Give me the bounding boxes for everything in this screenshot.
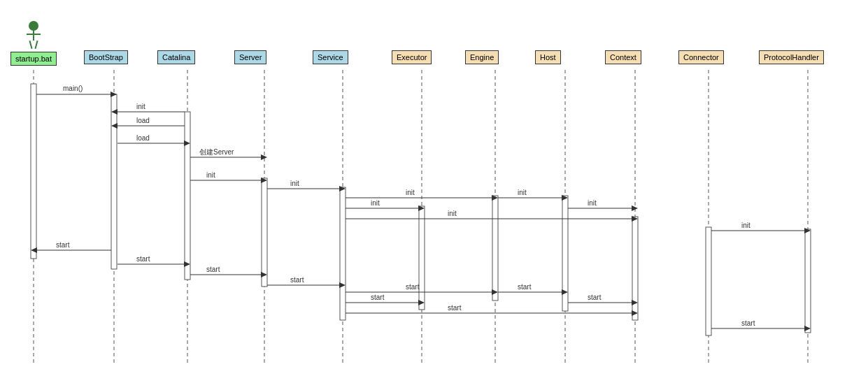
svg-text:init: init: [448, 210, 457, 217]
svg-text:main(): main(): [63, 85, 83, 92]
svg-text:init: init: [290, 180, 299, 187]
svg-text:init: init: [518, 189, 527, 196]
svg-text:load: load: [136, 134, 150, 142]
svg-text:start: start: [136, 255, 150, 263]
svg-text:init: init: [206, 171, 215, 179]
svg-text:init: init: [136, 103, 145, 110]
svg-rect-15: [340, 187, 346, 320]
svg-text:start: start: [448, 304, 462, 312]
svg-text:start: start: [406, 283, 420, 291]
svg-text:start: start: [518, 283, 532, 291]
svg-rect-12: [111, 94, 117, 269]
svg-text:创建Server: 创建Server: [199, 148, 234, 156]
svg-text:load: load: [136, 117, 150, 124]
svg-text:start: start: [290, 276, 304, 284]
svg-rect-17: [492, 196, 498, 301]
svg-text:start: start: [588, 294, 602, 301]
svg-text:start: start: [56, 241, 70, 249]
svg-text:init: init: [588, 199, 597, 207]
svg-text:init: init: [741, 222, 750, 229]
svg-rect-20: [706, 227, 711, 335]
svg-text:start: start: [206, 266, 220, 273]
svg-rect-11: [31, 84, 36, 259]
svg-rect-21: [805, 229, 811, 333]
sequence-diagram: startup.bat BootStrap Catalina Server Se…: [0, 0, 868, 369]
svg-text:start: start: [741, 319, 755, 327]
svg-text:init: init: [371, 199, 380, 207]
svg-text:start: start: [371, 294, 385, 301]
diagram-svg: main() init load load 创建Server init init…: [0, 0, 868, 369]
svg-rect-14: [262, 178, 267, 287]
svg-rect-16: [419, 206, 425, 310]
svg-rect-13: [185, 112, 190, 280]
svg-text:init: init: [406, 189, 415, 196]
